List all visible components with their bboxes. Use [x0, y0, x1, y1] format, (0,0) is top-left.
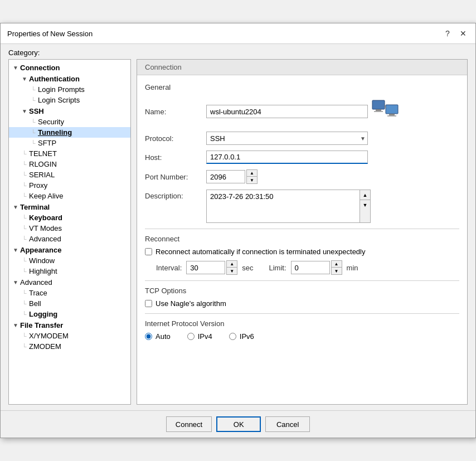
network-icon [371, 97, 400, 126]
reconnect-fields: Interval: ▲ ▼ sec Limit: [156, 260, 459, 275]
tree-item-file-transfer[interactable]: ▼ File Transfer [9, 319, 130, 331]
radio-auto[interactable]: Auto [145, 332, 171, 341]
tree-item-tunneling[interactable]: └ Tunneling [9, 127, 130, 138]
tree-item-connection[interactable]: ▼ Connection [9, 62, 130, 73]
tree-item-telnet[interactable]: └ TELNET [9, 148, 130, 159]
protocol-select[interactable]: SSH TELNET RLOGIN SERIAL [206, 132, 368, 145]
tree-item-xymodem[interactable]: └ X/YMODEM [9, 331, 130, 341]
interval-input[interactable] [186, 261, 225, 274]
radio-auto-label[interactable]: Auto [156, 332, 171, 341]
tree-item-advanced-terminal[interactable]: └ Advanced [9, 234, 130, 244]
tree-item-sftp[interactable]: └ SFTP [9, 138, 130, 148]
description-input[interactable]: 2023-7-26 20:31:50 [206, 190, 360, 223]
radio-ipv4-label[interactable]: IPv4 [198, 332, 212, 341]
tree-label-rlogin: RLOGIN [29, 160, 57, 168]
tree-item-highlight[interactable]: └ Highlight [9, 266, 130, 276]
help-button[interactable]: ? [442, 28, 453, 39]
host-row: Host: [145, 151, 459, 164]
tree-item-keyboard[interactable]: └ Keyboard [9, 212, 130, 223]
tree-label-appearance: Appearance [20, 246, 61, 254]
tree-item-security[interactable]: └ Security [9, 117, 130, 127]
tree-label-logging: Logging [29, 310, 57, 318]
tree-item-advanced[interactable]: ▼ Advanced [9, 276, 130, 288]
nagle-checkbox-row: Use Nagle's algorithm [145, 299, 459, 308]
tree-item-keep-alive[interactable]: └ Keep Alive [9, 191, 130, 201]
tree-item-serial[interactable]: └ SERIAL [9, 169, 130, 180]
tree-label-zmodem: ZMODEM [29, 342, 61, 351]
ok-button[interactable]: OK [216, 416, 261, 432]
tree-item-logging[interactable]: └ Logging [9, 309, 130, 319]
tree-label-ssh: SSH [29, 107, 44, 115]
nagle-checkbox[interactable] [145, 300, 152, 307]
svg-rect-3 [386, 105, 398, 114]
tree-label-login-prompts: Login Prompts [38, 85, 85, 94]
ip-radio-row: Auto IPv4 IPv6 [145, 332, 459, 341]
limit-down-button[interactable]: ▼ [332, 268, 342, 274]
content-panel: Connection General Name: [137, 59, 468, 405]
desc-scroll-down-button[interactable]: ▼ [360, 200, 370, 210]
port-down-button[interactable]: ▼ [247, 177, 257, 183]
tree-item-rlogin[interactable]: └ RLOGIN [9, 159, 130, 169]
tree-item-login-scripts[interactable]: └ Login Scripts [9, 95, 130, 105]
divider-3 [145, 313, 459, 314]
name-row: Name: [145, 97, 459, 126]
main-area: ▼ Connection ▼ Authentication └ Login Pr… [1, 59, 475, 410]
protocol-row: Protocol: SSH TELNET RLOGIN SERIAL ▼ [145, 132, 459, 145]
description-wrap: 2023-7-26 20:31:50 ▲ ▼ [206, 190, 371, 223]
connect-button[interactable]: Connect [166, 416, 212, 432]
tree-item-ssh[interactable]: ▼ SSH [9, 105, 130, 117]
host-input[interactable] [206, 151, 368, 164]
port-up-button[interactable]: ▲ [247, 170, 257, 177]
limit-input[interactable] [291, 261, 330, 274]
footer: Connect OK Cancel [1, 410, 475, 438]
tree-item-proxy[interactable]: └ Proxy [9, 180, 130, 191]
content-header: Connection [137, 60, 467, 75]
reconnect-checkbox-label[interactable]: Reconnect automatically if connection is… [156, 248, 366, 256]
radio-ipv6[interactable]: IPv6 [229, 332, 254, 341]
tree-item-bell[interactable]: └ Bell [9, 298, 130, 309]
cancel-button[interactable]: Cancel [265, 416, 310, 432]
radio-ipv6-label[interactable]: IPv6 [240, 332, 254, 341]
min-label: min [347, 264, 358, 272]
protocol-label: Protocol: [145, 134, 206, 143]
name-label: Name: [145, 108, 206, 116]
reconnect-checkbox[interactable] [145, 248, 152, 255]
radio-ipv4[interactable]: IPv4 [187, 332, 212, 341]
tree-item-login-prompts[interactable]: └ Login Prompts [9, 84, 130, 95]
tree-label-trace: Trace [29, 289, 47, 297]
svg-rect-2 [374, 111, 383, 112]
tree-item-authentication[interactable]: ▼ Authentication [9, 73, 130, 84]
reconnect-section: Reconnect Reconnect automatically if con… [145, 235, 459, 275]
description-label: Description: [145, 190, 206, 200]
tree-item-terminal[interactable]: ▼ Terminal [9, 201, 130, 212]
tree-item-vt-modes[interactable]: └ VT Modes [9, 223, 130, 234]
interval-down-button[interactable]: ▼ [227, 268, 237, 274]
tree-item-zmodem[interactable]: └ ZMODEM [9, 341, 130, 352]
divider-1 [145, 229, 459, 229]
tree-label-security: Security [38, 118, 64, 126]
tree-item-trace[interactable]: └ Trace [9, 288, 130, 298]
radio-ipv4-input[interactable] [187, 333, 195, 340]
close-button[interactable]: ✕ [458, 28, 469, 39]
tree-label-keyboard: Keyboard [29, 213, 62, 222]
expand-icon-appearance: ▼ [11, 245, 20, 254]
tree-label-login-scripts: Login Scripts [38, 96, 80, 104]
tree-label-sftp: SFTP [38, 139, 56, 147]
port-input[interactable] [206, 170, 245, 183]
radio-ipv6-input[interactable] [229, 333, 236, 340]
category-label: Category: [1, 44, 475, 59]
tree-item-window[interactable]: └ Window [9, 255, 130, 266]
name-input[interactable] [206, 105, 368, 118]
dialog-title: Properties of New Session [7, 30, 93, 38]
content-body: General Name: [137, 75, 467, 404]
limit-up-button[interactable]: ▲ [332, 261, 342, 268]
radio-auto-input[interactable] [145, 333, 152, 340]
tree-item-appearance[interactable]: ▼ Appearance [9, 244, 130, 255]
tree-label-file-transfer: File Transfer [20, 321, 63, 329]
desc-scroll-up-button[interactable]: ▲ [360, 190, 370, 200]
nagle-label[interactable]: Use Nagle's algorithm [156, 299, 226, 308]
interval-up-button[interactable]: ▲ [227, 261, 237, 268]
limit-label: Limit: [269, 264, 286, 272]
tree-label-window: Window [29, 256, 55, 265]
tree-panel: ▼ Connection ▼ Authentication └ Login Pr… [8, 59, 131, 405]
